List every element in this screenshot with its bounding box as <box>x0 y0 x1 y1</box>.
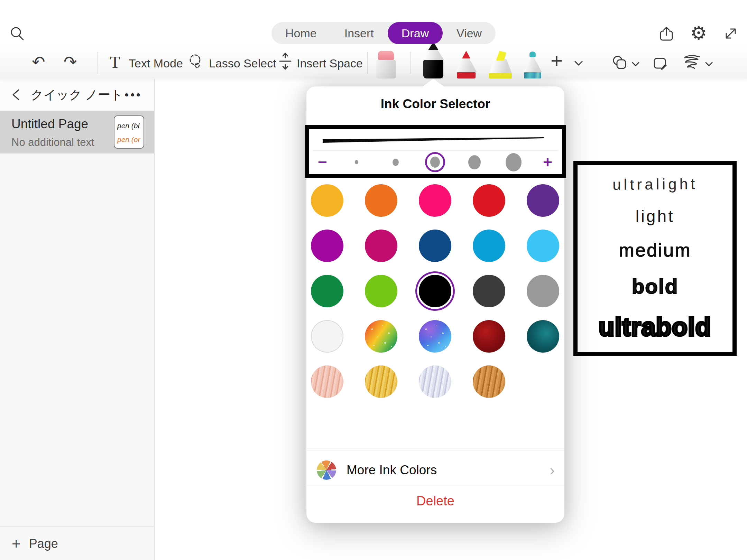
sample-ultralight: ultralight <box>612 175 698 193</box>
thumbnail-text: pen (bl <box>117 119 144 133</box>
swatch-teal-marble[interactable] <box>527 320 559 353</box>
color-grid <box>311 184 559 398</box>
swatch-green[interactable] <box>311 275 343 307</box>
shapes-button[interactable] <box>611 55 629 72</box>
sidebar-more-button[interactable]: ••• <box>124 88 142 102</box>
popup-title: Ink Color Selector <box>306 97 564 111</box>
tab-insert[interactable]: Insert <box>331 22 388 44</box>
sample-bold: bold <box>632 274 679 298</box>
insert-space-button[interactable] <box>277 52 294 71</box>
text-mode-icon: T <box>110 53 120 72</box>
delete-row-divider <box>306 485 564 485</box>
galaxy-pencil-tool[interactable] <box>517 42 548 78</box>
thumbnail-text: pen (or <box>117 133 144 147</box>
sidebar: クイック ノート ••• Untitled Page No additional… <box>0 79 155 560</box>
thickness-annotation-box: − + <box>305 125 566 178</box>
sidebar-header: クイック ノート ••• <box>0 79 154 111</box>
swatch-dark-red-marble[interactable] <box>473 320 505 353</box>
more-row-divider <box>306 450 564 450</box>
page-list-item[interactable]: Untitled Page No additional text pen (bl… <box>0 111 154 153</box>
color-wheel-icon <box>317 460 336 480</box>
swatch-silver[interactable] <box>419 365 451 398</box>
swatch-pink[interactable] <box>419 184 451 217</box>
tab-draw[interactable]: Draw <box>388 22 443 44</box>
swatch-navy-blue[interactable] <box>419 230 451 262</box>
scribble-chevron-down-icon[interactable] <box>704 61 714 68</box>
swatch-bronze[interactable] <box>473 365 505 398</box>
add-page-label: Page <box>29 536 58 551</box>
swatch-black[interactable] <box>419 275 451 307</box>
swatch-dark-gray[interactable] <box>473 275 505 307</box>
add-page-button[interactable]: + Page <box>0 527 154 560</box>
thickness-option-5[interactable] <box>504 152 524 172</box>
page-thumbnail: pen (blpen (or <box>114 115 144 149</box>
weight-samples: ultralightlightmediumboldultrabold <box>573 161 737 356</box>
swatch-sky-blue[interactable] <box>527 230 559 262</box>
red-pen-tool[interactable] <box>451 42 482 78</box>
plus-icon: + <box>12 535 21 552</box>
sample-ultrabold: ultrabold <box>599 312 711 342</box>
tab-home[interactable]: Home <box>271 22 331 44</box>
thickness-plus-button[interactable]: + <box>543 154 552 170</box>
toolbar-divider <box>367 52 368 74</box>
tab-bar: HomeInsertDrawView <box>271 22 496 44</box>
scribble-ink-button[interactable] <box>682 54 702 73</box>
lasso-select-label[interactable]: Lasso Select <box>209 57 276 70</box>
tab-view[interactable]: View <box>443 22 496 44</box>
sample-light: light <box>635 207 674 226</box>
swatch-magenta[interactable] <box>365 230 397 262</box>
swatch-gold[interactable] <box>365 365 397 398</box>
toolbar-divider <box>98 52 98 74</box>
swatch-white[interactable] <box>311 320 343 353</box>
thickness-option-1[interactable] <box>347 152 367 172</box>
sidebar-footer-divider <box>0 526 154 526</box>
stroke-preview <box>323 134 547 149</box>
ink-color-selector-popup: Ink Color Selector − + More Ink Colors ›… <box>306 86 564 523</box>
swatch-galaxy[interactable] <box>419 320 451 353</box>
thickness-minus-button[interactable]: − <box>318 154 327 170</box>
shapes-chevron-down-icon[interactable] <box>631 61 640 68</box>
popup-arrow <box>422 79 444 87</box>
thickness-dots: − + <box>318 151 552 174</box>
thickness-option-4[interactable] <box>464 152 485 172</box>
thickness-option-3[interactable] <box>425 152 445 172</box>
page-title: Untitled Page <box>11 117 88 131</box>
yellow-highlighter-tool[interactable] <box>485 42 516 78</box>
swatch-rainbow-glitter[interactable] <box>365 320 397 353</box>
redo-button[interactable]: ↷ <box>64 54 77 70</box>
black-pen-tool-selected[interactable] <box>418 42 449 78</box>
swatch-dark-purple[interactable] <box>527 184 559 217</box>
settings-gear-icon[interactable]: ⚙ <box>690 24 707 42</box>
page-subtitle: No additional text <box>11 136 94 149</box>
delete-pen-button[interactable]: Delete <box>306 494 564 508</box>
toolbar-divider <box>410 52 411 74</box>
add-pen-chevron-down-icon[interactable] <box>573 59 584 67</box>
swatch-light-green[interactable] <box>365 275 397 307</box>
swatch-blue[interactable] <box>473 230 505 262</box>
insert-space-label[interactable]: Insert Space <box>297 57 363 70</box>
thickness-option-2[interactable] <box>386 152 406 172</box>
top-chrome: HomeInsertDrawView ⚙ ↶ ↷ T Text Mode <box>0 0 747 79</box>
search-button[interactable] <box>9 26 26 42</box>
chevron-right-icon: › <box>550 461 555 479</box>
eraser-tool[interactable] <box>370 42 402 78</box>
sample-medium: medium <box>619 239 691 261</box>
note-pen-button[interactable] <box>652 55 670 72</box>
share-button[interactable] <box>658 25 675 42</box>
swatch-violet[interactable] <box>311 230 343 262</box>
swatch-gray[interactable] <box>527 275 559 307</box>
add-pen-button[interactable]: + <box>551 50 563 71</box>
expand-fullscreen-button[interactable] <box>722 25 739 42</box>
text-mode-label[interactable]: Text Mode <box>129 57 183 70</box>
swatch-red[interactable] <box>473 184 505 217</box>
swatch-yellow[interactable] <box>311 184 343 217</box>
swatch-rose-gold[interactable] <box>311 365 343 398</box>
more-ink-colors-button[interactable]: More Ink Colors › <box>306 455 564 485</box>
text-mode-button[interactable]: T <box>110 53 120 72</box>
undo-button[interactable]: ↶ <box>32 54 45 70</box>
onenote-app: クイック ノート ••• Untitled Page No additional… <box>0 0 747 560</box>
swatch-orange[interactable] <box>365 184 397 217</box>
lasso-select-button[interactable] <box>187 53 205 71</box>
more-ink-colors-label: More Ink Colors <box>347 463 437 477</box>
